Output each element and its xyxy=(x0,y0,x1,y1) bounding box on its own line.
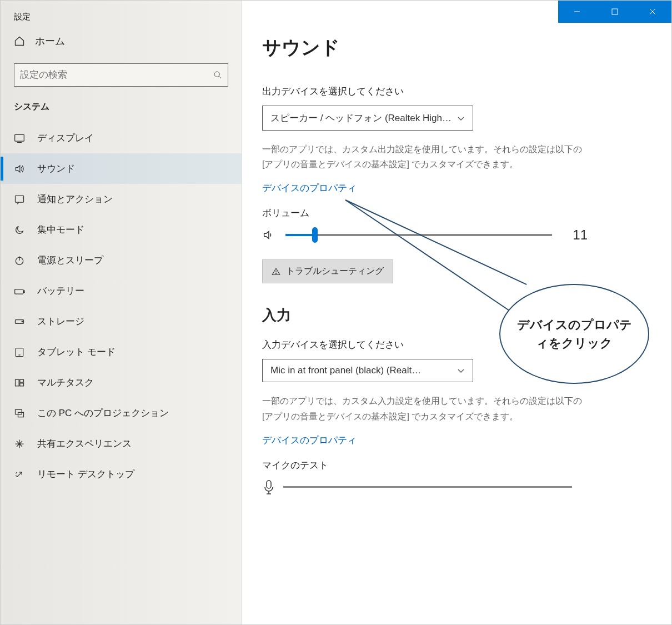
search-input[interactable] xyxy=(14,63,228,87)
svg-rect-8 xyxy=(24,291,25,292)
warning-icon xyxy=(272,267,280,276)
svg-rect-2 xyxy=(15,134,24,141)
callout-text: デバイスのプロパティをクリック xyxy=(511,316,637,352)
sidebar-item-shared[interactable]: 共有エクスペリエンス xyxy=(1,428,242,459)
svg-point-23 xyxy=(275,273,276,274)
home-button[interactable]: ホーム xyxy=(1,34,242,48)
volume-label: ボリューム xyxy=(262,207,651,219)
output-device-selected: スピーカー / ヘッドフォン (Realtek High… xyxy=(270,112,452,124)
svg-rect-14 xyxy=(20,379,24,382)
projection-icon xyxy=(14,408,25,419)
maximize-button[interactable] xyxy=(596,1,634,23)
mic-test-label: マイクのテスト xyxy=(262,459,651,472)
sidebar: 設定 ホーム システム ディスプレイ サウンド 通知 xyxy=(1,1,242,624)
content: サウンド 出力デバイスを選択してください スピーカー / ヘッドフォン (Rea… xyxy=(242,1,671,624)
home-label: ホーム xyxy=(35,34,65,48)
display-icon xyxy=(14,133,25,144)
troubleshoot-label: トラブルシューティング xyxy=(286,266,384,277)
sidebar-item-tablet[interactable]: タブレット モード xyxy=(1,337,242,367)
svg-point-0 xyxy=(214,72,219,77)
sidebar-item-label: サウンド xyxy=(37,162,75,175)
sidebar-item-label: 電源とスリープ xyxy=(37,254,103,267)
storage-icon xyxy=(14,316,25,327)
focus-icon xyxy=(14,224,25,236)
shared-icon xyxy=(14,438,25,449)
svg-rect-13 xyxy=(16,379,19,386)
volume-value: 11 xyxy=(563,227,588,243)
svg-rect-24 xyxy=(267,481,271,488)
sidebar-item-label: 共有エクスペリエンス xyxy=(37,437,132,450)
sidebar-item-label: ディスプレイ xyxy=(37,132,94,144)
search-icon xyxy=(213,71,222,79)
mic-icon xyxy=(262,479,275,495)
svg-rect-19 xyxy=(612,9,618,14)
output-device-dropdown[interactable]: スピーカー / ヘッドフォン (Realtek High… xyxy=(262,106,473,131)
titlebar-controls xyxy=(558,1,671,23)
sidebar-item-label: リモート デスクトップ xyxy=(37,468,134,481)
sidebar-item-focus[interactable]: 集中モード xyxy=(1,214,242,245)
sidebar-item-label: マルチタスク xyxy=(37,376,94,389)
mic-level-bar xyxy=(283,486,572,488)
sidebar-item-display[interactable]: ディスプレイ xyxy=(1,123,242,153)
svg-rect-7 xyxy=(15,289,23,293)
app-title: 設定 xyxy=(1,12,242,34)
chevron-down-icon xyxy=(457,114,465,122)
sidebar-item-notifications[interactable]: 通知とアクション xyxy=(1,184,242,214)
notifications-icon xyxy=(14,194,25,205)
sidebar-item-projection[interactable]: この PC へのプロジェクション xyxy=(1,398,242,428)
slider-thumb[interactable] xyxy=(312,227,318,243)
annotation-callout: デバイスのプロパティをクリック xyxy=(499,284,649,384)
sidebar-item-remote[interactable]: リモート デスクトップ xyxy=(1,459,242,489)
page-title: サウンド xyxy=(262,35,651,61)
sidebar-item-storage[interactable]: ストレージ xyxy=(1,306,242,337)
svg-rect-15 xyxy=(20,383,24,386)
close-button[interactable] xyxy=(634,1,671,23)
sound-icon xyxy=(14,163,25,174)
svg-rect-17 xyxy=(18,412,24,417)
output-device-label: 出力デバイスを選択してください xyxy=(262,85,651,98)
sidebar-item-label: バッテリー xyxy=(37,284,84,297)
home-icon xyxy=(14,36,25,47)
battery-icon xyxy=(14,286,25,297)
input-device-selected: Mic in at front panel (black) (Realt… xyxy=(270,365,421,376)
svg-rect-4 xyxy=(16,196,24,202)
input-device-properties-link[interactable]: デバイスのプロパティ xyxy=(262,434,357,447)
sidebar-item-sound[interactable]: サウンド xyxy=(1,153,242,184)
sidebar-item-battery[interactable]: バッテリー xyxy=(1,276,242,306)
output-troubleshoot-button[interactable]: トラブルシューティング xyxy=(262,259,393,283)
volume-icon xyxy=(262,229,274,241)
input-desc: 一部のアプリでは、カスタム入力設定を使用しています。それらの設定は以下の [アプ… xyxy=(262,393,595,423)
sidebar-item-label: タブレット モード xyxy=(37,346,116,358)
sidebar-item-label: 通知とアクション xyxy=(37,193,113,206)
remote-icon xyxy=(14,469,25,480)
sidebar-item-multitask[interactable]: マルチタスク xyxy=(1,367,242,398)
power-icon xyxy=(14,255,25,266)
nav-list: ディスプレイ サウンド 通知とアクション 集中モード 電源とスリープ バッテリー xyxy=(1,123,242,489)
svg-point-10 xyxy=(22,321,23,322)
sidebar-item-power[interactable]: 電源とスリープ xyxy=(1,245,242,276)
multitask-icon xyxy=(14,377,25,388)
section-heading: システム xyxy=(1,101,242,123)
svg-rect-16 xyxy=(16,409,22,414)
output-desc: 一部のアプリでは、カスタム出力設定を使用しています。それらの設定は以下の [アプ… xyxy=(262,142,595,172)
sidebar-item-label: 集中モード xyxy=(37,223,84,236)
minimize-button[interactable] xyxy=(558,1,596,23)
chevron-down-icon xyxy=(457,367,465,374)
slider-fill xyxy=(285,234,315,236)
output-device-properties-link[interactable]: デバイスのプロパティ xyxy=(262,182,357,194)
svg-line-1 xyxy=(219,76,221,78)
tablet-icon xyxy=(14,347,25,358)
search-field[interactable] xyxy=(20,69,213,81)
sidebar-item-label: ストレージ xyxy=(37,315,84,328)
sidebar-item-label: この PC へのプロジェクション xyxy=(37,407,169,419)
input-device-dropdown[interactable]: Mic in at front panel (black) (Realt… xyxy=(262,359,473,382)
